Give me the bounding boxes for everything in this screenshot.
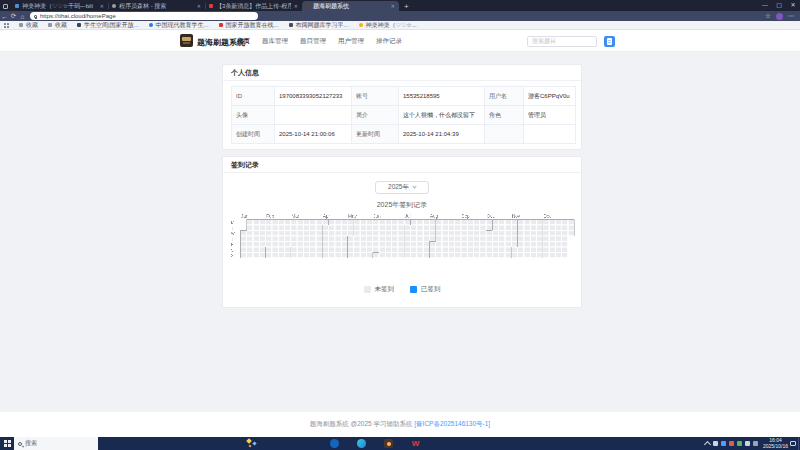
maximize-icon[interactable]: ▢ xyxy=(772,0,786,11)
site-favicon xyxy=(289,23,293,27)
taskbar-search-label: 搜索 xyxy=(25,439,37,448)
legend-item-signed: 已签到 xyxy=(410,285,441,294)
year-select[interactable]: 2025年 xyxy=(375,181,429,194)
bookmark-item[interactable]: 神楽神楽（♡♡☆... xyxy=(359,21,417,30)
browser-tab-2[interactable]: 程序员森林 - 搜索 ✕ xyxy=(108,1,205,11)
close-icon[interactable]: ✕ xyxy=(786,0,800,11)
bookmark-item[interactable]: 学生空间|国家开放... xyxy=(77,21,139,30)
tab-close-icon[interactable]: ✕ xyxy=(197,3,201,9)
start-button[interactable] xyxy=(0,437,14,450)
user-avatar-button[interactable] xyxy=(604,36,615,47)
table-row: ID 1970083393052127233 账号 15535218595 用户… xyxy=(232,87,576,106)
tray-icon[interactable] xyxy=(729,441,734,446)
tab-close-icon[interactable]: ✕ xyxy=(391,3,395,9)
field-label: 账号 xyxy=(352,87,399,106)
app-icon-wps[interactable]: W xyxy=(411,439,420,448)
browser-menu-icon[interactable]: ⋯ xyxy=(787,12,795,20)
tab-title: 神楽神楽（♡♡☆千码~-bili xyxy=(22,2,97,11)
taskbar-clock[interactable]: 16:04 2025/10/16 xyxy=(763,438,788,449)
tray-expand-icon[interactable] xyxy=(704,441,711,448)
browser-tab-active[interactable]: 题海刷题系统 ✕ xyxy=(302,1,399,11)
field-value: 2025-10-14 21:00:06 xyxy=(275,125,352,144)
search-icon xyxy=(18,442,22,446)
page-footer: 题海刷题系统 @2025 学习辅助系统 [晋ICP备2025146130号-1] xyxy=(0,412,800,437)
apps-grid-icon[interactable] xyxy=(4,23,9,28)
table-row: 创建时间 2025-10-14 21:00:06 更新时间 2025-10-14… xyxy=(232,125,576,144)
legend-swatch-unsigned xyxy=(364,286,371,293)
taskbar-search[interactable]: 搜索 xyxy=(14,437,98,450)
tab-title: 程序员森林 - 搜索 xyxy=(119,2,194,11)
bookmark-item[interactable]: 布阔网题库学习平... xyxy=(289,21,349,30)
profile-table: ID 1970083393052127233 账号 15535218595 用户… xyxy=(231,86,576,144)
search-input[interactable] xyxy=(527,36,597,47)
browser-toolbar: ← ⟳ ⌂ https://tihai.cloud/homePage ☆ ⋯ xyxy=(0,11,800,21)
field-label xyxy=(485,125,524,144)
tray-icon[interactable] xyxy=(721,441,726,446)
folder-icon xyxy=(19,23,23,27)
vertical-tabs-icon[interactable] xyxy=(0,2,11,11)
nav-item-home[interactable]: 主页 xyxy=(237,37,250,46)
icp-link[interactable]: [晋ICP备2025146130号-1] xyxy=(414,420,490,427)
app-icon-photos[interactable] xyxy=(384,439,393,448)
window-controls: — ▢ ✕ xyxy=(758,0,800,11)
chart-legend: 未签到 已签到 xyxy=(223,285,581,294)
field-value: 1970083393052127233 xyxy=(275,87,352,106)
field-label: 创建时间 xyxy=(232,125,275,144)
tray-icon[interactable] xyxy=(753,441,758,446)
notification-center-icon[interactable] xyxy=(790,441,796,446)
bookmark-item[interactable]: 收藏 xyxy=(48,21,67,30)
app-icon-browser[interactable] xyxy=(330,439,339,448)
tab-close-icon[interactable]: ✕ xyxy=(100,3,104,9)
legend-item-unsigned: 未签到 xyxy=(364,285,395,294)
taskbar: 搜索 W 16:04 2025/10/16 xyxy=(0,437,800,450)
profile-card: 个人信息 ID 1970083393052127233 账号 155352185… xyxy=(222,64,582,150)
field-value: 15535218595 xyxy=(399,87,485,106)
bookmark-item[interactable]: 收藏 xyxy=(19,21,38,30)
browser-tab-1[interactable]: 神楽神楽（♡♡☆千码~-bili ✕ xyxy=(11,1,108,11)
tab-title: 题海刷题系统 xyxy=(313,2,388,11)
nav-item-questions[interactable]: 题目管理 xyxy=(300,37,326,46)
minimize-icon[interactable]: — xyxy=(758,0,772,11)
bookmark-item[interactable]: 国家开放教育在线... xyxy=(219,21,279,30)
nav-item-users[interactable]: 用户管理 xyxy=(338,37,364,46)
new-tab-button[interactable]: + xyxy=(399,2,414,11)
back-icon[interactable]: ← xyxy=(0,13,9,20)
signin-card: 签到记录 2025年 2025年签到记录 未签到 已签到 xyxy=(222,156,582,308)
site-favicon xyxy=(149,23,153,27)
signin-card-title: 签到记录 xyxy=(223,157,581,173)
signin-calendar-heatmap[interactable] xyxy=(229,212,575,260)
field-value: 游客C6PPqV0u xyxy=(524,87,576,106)
tray-icon[interactable] xyxy=(713,441,718,446)
field-label: 头像 xyxy=(232,106,275,125)
tray-icon[interactable] xyxy=(737,441,742,446)
field-label: 角色 xyxy=(485,106,524,125)
bookmarks-bar: 收藏 收藏 学生空间|国家开放... 中国现代教育学生... 国家开放教育在线.… xyxy=(0,21,800,30)
home-icon[interactable]: ⌂ xyxy=(18,13,27,20)
field-label: 更新时间 xyxy=(352,125,399,144)
favorite-star-icon[interactable]: ☆ xyxy=(764,12,772,20)
refresh-icon[interactable]: ⟳ xyxy=(9,12,18,20)
page-content: 个人信息 ID 1970083393052127233 账号 155352185… xyxy=(0,52,800,412)
nav-item-question-bank[interactable]: 题库管理 xyxy=(262,37,288,46)
browser-profile-avatar[interactable] xyxy=(776,13,783,20)
browser-tab-3[interactable]: 【3条新消息】作品上传-程序员森 ✕ xyxy=(205,1,302,11)
tab-close-icon[interactable]: ✕ xyxy=(294,3,298,9)
tray-icon[interactable] xyxy=(745,441,750,446)
browser-tab-strip: 神楽神楽（♡♡☆千码~-bili ✕ 程序员森林 - 搜索 ✕ 【3条新消息】作… xyxy=(0,0,800,11)
field-label: 简介 xyxy=(352,106,399,125)
site-favicon xyxy=(359,23,363,27)
app-icon-edge[interactable] xyxy=(357,439,366,448)
field-value: 2025-10-14 21:04:39 xyxy=(399,125,485,144)
tab-favicon xyxy=(112,4,116,8)
nav-item-logs[interactable]: 操作记录 xyxy=(376,37,402,46)
bookmark-item[interactable]: 中国现代教育学生... xyxy=(149,21,209,30)
main-nav: 主页 题库管理 题目管理 用户管理 操作记录 xyxy=(237,30,402,52)
legend-swatch-signed xyxy=(410,286,417,293)
site-favicon xyxy=(77,23,81,27)
address-bar[interactable]: https://tihai.cloud/homePage xyxy=(30,12,258,20)
app-logo-icon[interactable] xyxy=(180,34,193,47)
tab-favicon xyxy=(15,4,19,8)
url-text: https://tihai.cloud/homePage xyxy=(40,13,116,19)
lock-icon xyxy=(34,15,37,18)
widgets-sparkle-icon[interactable] xyxy=(245,437,261,450)
